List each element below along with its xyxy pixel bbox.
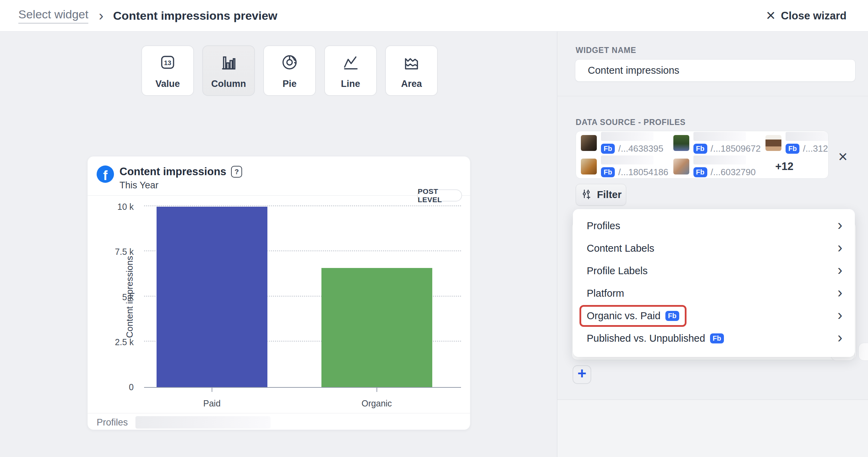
y-tick-label: 10 k [101,202,134,212]
x-tick [377,388,377,392]
chevron-right-icon: › [838,218,842,232]
filter-menu-item-profiles[interactable]: Profiles› [573,215,855,237]
post-level-badge: POST LEVEL [417,189,462,201]
chart-title: Content impressions [119,165,226,178]
widget-type-area[interactable]: Area [385,45,438,96]
profile-name-skeleton [693,155,746,164]
sidebar-bottom-area [557,400,868,457]
chart-subtitle: This Year [119,180,242,191]
profiles-skeleton [135,416,271,429]
profile-avatar [581,135,597,151]
breadcrumb-separator-icon: › [99,8,103,24]
bar-organic [321,268,432,387]
x-axis-line [144,387,461,388]
data-source-profiles-card: Fb/...4638395Fb/...18509672Fb/...3123285… [576,131,829,179]
close-icon: × [766,7,776,23]
fb-platform-badge: Fb [693,144,707,154]
close-wizard-label: Close wizard [781,10,847,22]
widget-preview-card: f Content impressions ? This Year POST L… [87,156,470,430]
profile-id: /...4638395 [618,143,663,154]
line-icon [340,52,361,72]
profile-avatar [765,135,781,151]
footer-profiles-label: Profiles [97,417,128,428]
remove-data-source-icon[interactable]: × [838,147,848,166]
menu-item-label: Profile Labels [587,265,648,277]
fb-platform-badge: Fb [601,144,615,154]
filter-menu-item-profile-labels[interactable]: Profile Labels› [573,260,855,282]
menu-item-label: Published vs. Unpublished [587,333,705,344]
menu-item-label: Content Labels [587,243,654,254]
profile-item: Fb/...18054186 [576,155,668,178]
profile-item: Fb/...31232853 [761,131,829,155]
x-tick [212,388,212,392]
filter-dropdown-menu: Profiles›Content Labels›Profile Labels›P… [573,209,855,357]
page-title: Content impressions preview [113,9,277,23]
fb-platform-badge: Fb [665,311,679,321]
profile-item: Fb/...6032790 [668,155,761,178]
chart-plot: Content impressions 02.5 k5 k7.5 k10 kPa… [144,207,461,387]
filter-menu-item-content-labels[interactable]: Content Labels› [573,237,855,260]
profile-id: /...18509672 [711,143,761,154]
svg-text:13: 13 [164,59,171,66]
profile-avatar [581,159,597,174]
profile-id: /...31232853 [803,143,829,154]
chevron-right-icon: › [838,308,842,322]
chevron-right-icon: › [838,240,842,255]
profile-item: Fb/...4638395 [576,131,668,155]
widget-name-label: WIDGET NAME [576,46,636,55]
filter-button-label: Filter [597,189,622,200]
fb-platform-badge: Fb [710,333,724,343]
widget-type-label: Area [401,79,422,89]
top-bar: Select widget › Content impressions prev… [0,0,868,32]
widget-type-selector: 13ValueColumnPieLineArea [141,45,438,96]
widget-type-value[interactable]: 13Value [141,45,194,96]
chevron-right-icon: › [838,330,842,345]
filter-menu-item-organic-vs-paid[interactable]: Organic vs. PaidFb› [573,305,855,327]
profile-name-skeleton [786,132,829,141]
menu-item-label: Organic vs. Paid [587,310,661,322]
x-tick-label: Paid [203,398,221,409]
y-tick-label: 0 [101,382,134,392]
profile-avatar [673,159,689,174]
filter-button[interactable]: Filter [576,184,626,206]
widget-wizard: Select widget › Content impressions prev… [0,0,868,457]
widget-type-column[interactable]: Column [202,45,255,96]
area-icon [401,52,422,72]
footer-divider [88,413,470,413]
filter-menu-item-published-vs-unpublished[interactable]: Published vs. UnpublishedFb› [573,327,855,350]
fb-platform-badge: Fb [786,144,799,154]
filter-menu-item-platform[interactable]: Platform› [573,282,855,305]
menu-item-label: Profiles [587,220,620,232]
more-profiles-count: +12 [761,155,829,178]
breadcrumb-back-link[interactable]: Select widget [18,8,88,24]
chevron-right-icon: › [838,285,842,300]
chevron-right-icon: › [838,263,842,277]
sidebar-divider [557,32,557,457]
header-divider [88,195,470,196]
facebook-icon: f [97,165,114,183]
widget-type-pie[interactable]: Pie [263,45,316,96]
bar-paid [157,207,267,387]
help-icon[interactable]: ? [231,166,242,178]
widget-type-line[interactable]: Line [324,45,377,96]
preview-footer: Profiles [97,416,271,429]
close-wizard-button[interactable]: × Close wizard [766,0,847,32]
widget-type-label: Column [211,79,246,89]
widget-name-input[interactable] [575,59,856,82]
widget-type-label: Value [156,79,180,89]
sidebar-section-divider [557,96,868,96]
profile-name-skeleton [693,132,746,141]
filter-sliders-icon [581,188,592,201]
profile-id: /...18054186 [618,167,668,178]
widget-type-label: Line [341,79,360,89]
annotation-highlight: Organic vs. PaidFb [579,305,687,327]
pie-icon [280,52,300,72]
y-tick-label: 2.5 k [101,337,134,347]
gridline [144,205,461,206]
preview-header: f Content impressions ? This Year [97,165,242,191]
add-widget-button[interactable]: + [573,365,591,384]
profile-id: /...6032790 [711,167,756,178]
profile-item: Fb/...18509672 [668,131,761,155]
menu-item-label: Platform [587,288,624,299]
fb-platform-badge: Fb [693,167,707,177]
